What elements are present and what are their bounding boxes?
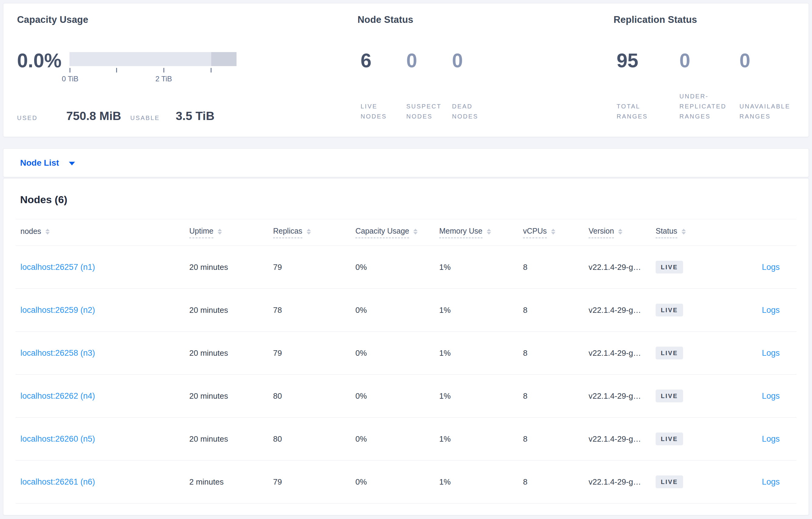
- node-list-dropdown[interactable]: Node List: [20, 158, 75, 168]
- capacity-used-usable-row: USED 750.8 MiB USABLE 3.5 TiB: [17, 109, 214, 123]
- uptime-cell: 20 minutes: [189, 348, 273, 358]
- usable-label: USABLE: [130, 115, 160, 122]
- tick-mark: [163, 68, 164, 72]
- logs-cell: Logs: [727, 348, 796, 358]
- status-cell: LIVE: [656, 346, 727, 359]
- vcpus-cell: 8: [523, 263, 588, 272]
- sort-icon: [682, 229, 686, 235]
- node-list-dropdown-label: Node List: [20, 158, 59, 168]
- capacity-cell: 0%: [355, 477, 439, 487]
- capacity-usage-panel: Capacity Usage 0.0% 0 TiB 2 TiB: [17, 3, 346, 137]
- table-header-row: nodes Uptime Replicas Capacity Usage Mem…: [16, 219, 796, 246]
- node-link[interactable]: localhost:26260 (n5): [21, 434, 95, 444]
- column-header-replicas[interactable]: Replicas: [273, 226, 355, 238]
- capacity-cell: 0%: [355, 305, 439, 315]
- sort-icon: [307, 229, 311, 235]
- table-row: localhost:26260 (n5) 20 minutes 80 0% 1%…: [16, 418, 796, 460]
- capacity-cell: 0%: [355, 434, 439, 444]
- version-cell: v22.1.4-29-g…: [588, 348, 656, 358]
- logs-link[interactable]: Logs: [762, 348, 780, 358]
- logs-link[interactable]: Logs: [762, 391, 780, 400]
- status-badge: LIVE: [656, 390, 683, 402]
- replication-values: 95 0 0: [617, 45, 750, 76]
- replicas-cell: 79: [273, 348, 355, 358]
- tick-mark: [69, 68, 70, 72]
- tick-mark: [116, 68, 117, 72]
- node-link[interactable]: localhost:26259 (n2): [21, 305, 95, 315]
- replicas-cell: 79: [273, 477, 355, 487]
- table-row: localhost:26262 (n4) 20 minutes 80 0% 1%…: [16, 375, 796, 418]
- node-status-title: Node Status: [357, 14, 413, 25]
- dead-nodes-count: 0: [452, 45, 498, 76]
- sort-icon: [413, 229, 417, 235]
- uptime-cell: 2 minutes: [189, 477, 273, 487]
- total-ranges-count: 95: [617, 45, 679, 76]
- node-cell: localhost:26262 (n4): [16, 391, 189, 401]
- logs-cell: Logs: [727, 391, 796, 401]
- replication-status-panel: Replication Status 95 0 0 TOTAL RANGES U…: [614, 3, 809, 137]
- version-cell: v22.1.4-29-g…: [588, 477, 656, 487]
- node-cell: localhost:26259 (n2): [16, 305, 189, 315]
- version-cell: v22.1.4-29-g…: [588, 263, 656, 272]
- replicas-cell: 80: [273, 391, 355, 401]
- used-value: 750.8 MiB: [66, 109, 121, 123]
- node-link[interactable]: localhost:26258 (n3): [21, 348, 95, 358]
- version-cell: v22.1.4-29-g…: [588, 391, 656, 401]
- status-cell: LIVE: [656, 476, 727, 488]
- total-ranges-label: TOTAL RANGES: [617, 101, 679, 122]
- capacity-cell: 0%: [355, 391, 439, 401]
- capacity-axis-ticks: 0 TiB 2 TiB: [69, 66, 240, 73]
- node-link[interactable]: localhost:26261 (n6): [21, 477, 95, 486]
- vcpus-cell: 8: [523, 348, 588, 358]
- node-status-labels: LIVE NODES SUSPECT NODES DEAD NODES: [360, 101, 498, 122]
- capacity-bar-dark-segment: [211, 52, 236, 66]
- version-cell: v22.1.4-29-g…: [588, 434, 656, 444]
- version-cell: v22.1.4-29-g…: [588, 305, 656, 315]
- unavailable-ranges-label: UNAVAILABLE RANGES: [740, 101, 810, 122]
- vcpus-cell: 8: [523, 434, 588, 444]
- sort-icon: [618, 229, 622, 235]
- vcpus-cell: 8: [523, 477, 588, 487]
- sort-icon: [218, 229, 222, 235]
- node-cell: localhost:26261 (n6): [16, 477, 189, 487]
- status-badge: LIVE: [656, 432, 683, 445]
- nodes-table-heading: Nodes (6): [20, 194, 809, 206]
- node-link[interactable]: localhost:26257 (n1): [21, 263, 95, 272]
- nodes-table: nodes Uptime Replicas Capacity Usage Mem…: [16, 219, 796, 503]
- vcpus-cell: 8: [523, 391, 588, 401]
- logs-link[interactable]: Logs: [762, 434, 780, 444]
- replication-labels: TOTAL RANGES UNDER-REPLICATED RANGES UNA…: [617, 91, 810, 122]
- node-link[interactable]: localhost:26262 (n4): [21, 391, 95, 400]
- node-cell: localhost:26260 (n5): [16, 434, 189, 444]
- node-cell: localhost:26257 (n1): [16, 263, 189, 272]
- status-cell: LIVE: [656, 432, 727, 445]
- replicas-cell: 78: [273, 305, 355, 315]
- column-header-memory-use[interactable]: Memory Use: [439, 226, 523, 238]
- column-header-uptime[interactable]: Uptime: [189, 226, 273, 238]
- status-badge: LIVE: [656, 346, 683, 359]
- logs-link[interactable]: Logs: [762, 305, 780, 315]
- capacity-gauge-row: 0.0% 0 TiB 2 TiB: [17, 45, 240, 76]
- column-header-version[interactable]: Version: [588, 226, 656, 238]
- replication-status-title: Replication Status: [614, 14, 697, 25]
- sort-icon: [487, 229, 491, 235]
- logs-link[interactable]: Logs: [762, 263, 780, 272]
- column-header-capacity-usage[interactable]: Capacity Usage: [355, 226, 439, 238]
- node-list-bar: Node List: [3, 148, 809, 177]
- memory-cell: 1%: [439, 305, 523, 315]
- status-badge: LIVE: [656, 476, 683, 488]
- capacity-cell: 0%: [355, 348, 439, 358]
- logs-link[interactable]: Logs: [762, 477, 780, 486]
- table-row: localhost:26261 (n6) 2 minutes 79 0% 1% …: [16, 460, 796, 503]
- node-status-panel: Node Status 6 0 0 LIVE NODES SUSPECT NOD…: [357, 3, 601, 137]
- nodes-table-card: Nodes (6) nodes Uptime Replicas Capacity…: [3, 178, 809, 515]
- tick-label-2tib: 2 TiB: [155, 74, 172, 83]
- table-row: localhost:26259 (n2) 20 minutes 78 0% 1%…: [16, 289, 796, 332]
- column-header-status[interactable]: Status: [656, 226, 727, 238]
- live-nodes-count: 6: [360, 45, 406, 76]
- status-cell: LIVE: [656, 261, 727, 274]
- table-row: localhost:26258 (n3) 20 minutes 79 0% 1%…: [16, 332, 796, 375]
- column-header-nodes[interactable]: nodes: [16, 227, 189, 238]
- uptime-cell: 20 minutes: [189, 263, 273, 272]
- column-header-vcpus[interactable]: vCPUs: [523, 226, 588, 238]
